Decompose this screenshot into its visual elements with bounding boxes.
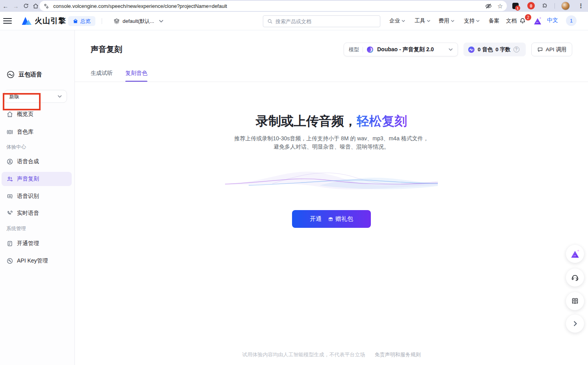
sidebar-item-label: 概览页 [17,111,33,118]
sidebar-item-label: 声音复刻 [17,175,39,182]
realtime-voice-icon [6,210,13,217]
gift-label: 赠礼包 [335,215,353,223]
activate-label: 开通 [310,215,322,223]
headset-icon [571,273,579,282]
chevron-down-icon [157,20,166,22]
home-icon[interactable] [31,0,40,12]
project-switcher[interactable]: default(默认... [114,16,166,26]
layers-icon [114,18,120,24]
url-text: console.volcengine.com/speech/new/experi… [53,3,482,9]
chevron-down-icon [451,20,454,22]
sidebar-item-asr[interactable]: 语音识别 [2,189,72,203]
menu-label: 备案 [489,17,499,24]
chevron-right-icon [573,321,577,326]
product-header: 豆包语音 [6,70,42,79]
extension-badge: 1 [515,6,520,11]
nav-menu-docs[interactable]: 文档 [506,17,517,25]
back-icon[interactable]: ← [1,0,10,12]
extensions-puzzle-icon[interactable] [540,0,549,12]
volcengine-mountain-icon [22,17,32,25]
site-info-icon[interactable] [43,3,49,9]
address-bar[interactable]: console.volcengine.com/speech/new/experi… [39,1,507,11]
refresh-icon[interactable] [21,0,31,12]
sidebar-item-label: 音色库 [17,128,33,136]
forward-icon[interactable]: → [11,0,20,12]
project-name: default(默认... [123,18,154,25]
collapse-fab[interactable] [566,315,584,333]
voice-clone-icon [6,175,13,182]
key-icon [6,257,13,264]
overview-label: 总览 [80,18,91,25]
speech-recognition-icon [6,193,13,200]
browser-profile-avatar[interactable] [561,2,570,10]
chevron-down-icon [476,20,480,22]
search-input[interactable] [275,19,376,24]
toolbar-divider [555,3,555,9]
logo-text: 火山引擎 [35,16,66,26]
overview-button[interactable]: 总览 [68,16,95,26]
volcengine-logo[interactable]: 火山引擎 [22,15,66,27]
char-count: 0 字数 [495,46,510,53]
browser-menu-icon[interactable]: ⋮ [576,0,586,12]
gift-pack: 赠礼包 [328,215,353,223]
nav-menu-support[interactable]: 支持 [464,17,480,25]
activate-button[interactable]: 开通 赠礼包 [292,210,371,228]
menu-label: 支持 [464,17,474,24]
chevron-down-icon [448,48,453,51]
notifications-button[interactable]: 2 [519,16,528,26]
adblock-icon[interactable]: 0 [527,2,535,9]
sidebar-item-tts[interactable]: 语音合成 [2,155,72,169]
api-call-button[interactable]: API 调用 [531,43,572,56]
version-label: 新版 [9,93,19,100]
home-small-icon [73,19,78,24]
hero-title-accent: 轻松复刻 [357,114,407,128]
chat-bubble-icon [537,47,543,52]
nav-menu-tools[interactable]: 工具 [415,17,430,25]
sidebar-item-voice-clone[interactable]: 声音复刻 [2,172,72,186]
usage-pulse-icon [468,46,475,53]
sidebar-item-overview[interactable]: 概览页 [2,107,72,121]
model-selector[interactable]: 模型 Doubao - 声音复刻 2.0 [344,43,458,56]
chevron-down-icon [427,20,430,22]
bookmark-star-icon[interactable]: ☆ [497,2,503,10]
search-icon [267,19,273,24]
tab-generate-preview[interactable]: 生成试听 [91,70,113,77]
model-value: Doubao - 声音复刻 2.0 [377,46,434,53]
tab-clone-voice[interactable]: 复刻音色 [125,70,147,77]
sidebar-item-label: 开通管理 [17,240,39,247]
sidebar-item-label: API Key管理 [17,257,48,264]
nav-menu-icp[interactable]: 备案 [489,17,499,25]
language-switch[interactable]: 中文 [547,17,558,24]
ai-assistant-fab[interactable] [566,245,584,263]
account-avatar[interactable]: 1 [566,15,577,26]
hero-description: 推荐上传或录制10-30s音频，上传支持小于 8M 的 wav、mp3、m4a … [75,134,588,151]
sidebar-item-api-key[interactable]: API Key管理 [2,254,72,268]
sidebar-item-realtime[interactable]: 实时语音 [2,206,72,220]
hero: 录制或上传音频，轻松复刻 推荐上传或录制10-30s音频，上传支持小于 8M 的… [75,113,588,151]
docs-fab[interactable] [566,292,584,310]
menu-label: 企业 [389,17,400,24]
version-select[interactable]: 新版 [4,90,67,103]
nav-menu-billing[interactable]: 费用 [439,17,454,25]
hero-desc-line1: 推荐上传或录制10-30s音频，上传支持小于 8M 的 wav、mp3、m4a … [75,134,588,143]
voice-card-icon [6,128,13,136]
model-label: 模型 [349,46,359,53]
console-top-nav: 火山引擎 总览 default(默认... 企业 工具 费用 支 [0,12,588,30]
page-title: 声音复刻 [91,44,122,55]
nav-menu-enterprise[interactable]: 企业 [389,17,405,25]
menu-label: 工具 [415,17,425,24]
eye-off-icon[interactable] [485,3,492,9]
help-icon[interactable]: ? [514,47,519,52]
ai-assistant-icon[interactable] [533,16,542,26]
global-search[interactable] [263,15,380,27]
ai-mountain-icon [570,249,580,259]
screen: ← → console.volcengine.com/speech/new/ex… [0,0,588,365]
footer-disclaimer: 试用体验内容均由人工智能模型生成，不代表平台立场 [242,352,365,358]
sidebar-item-voice-library[interactable]: 音色库 [2,125,72,139]
open-book-icon [571,297,579,305]
hamburger-menu-icon[interactable] [3,17,12,25]
footer-terms-link[interactable]: 免责声明和服务规则 [375,352,421,358]
waveform-graphic [225,162,438,197]
support-fab[interactable] [566,268,584,287]
sidebar-item-activation[interactable]: 开通管理 [2,237,72,251]
